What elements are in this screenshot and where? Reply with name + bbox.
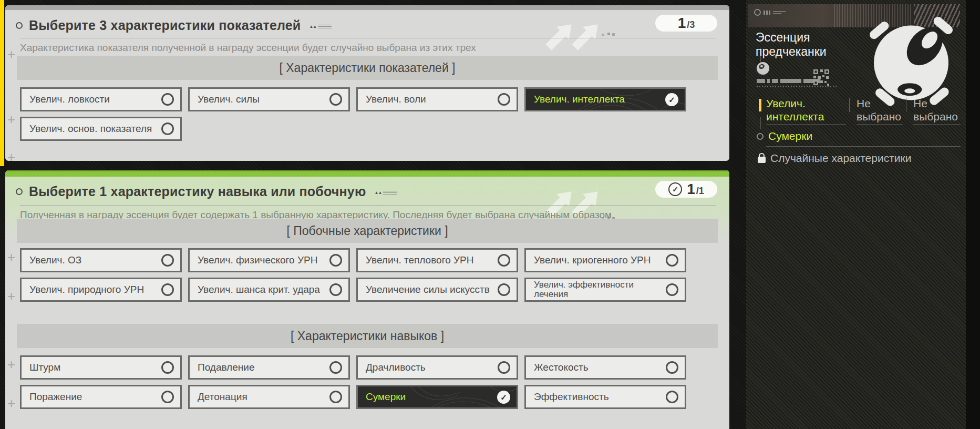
option-button-selected[interactable]: Увелич. интеллекта ✓	[524, 87, 686, 111]
counter-current: 1	[687, 181, 695, 198]
plus-mark: +	[7, 113, 15, 126]
option-button-selected[interactable]: Сумерки ✓	[356, 385, 518, 409]
counter-total: /3	[687, 16, 695, 33]
option-button[interactable]: Увелич. физического УРН	[188, 248, 350, 272]
skill-slot-row: Сумерки	[757, 130, 812, 142]
radio-circle-icon	[161, 283, 174, 296]
pixel-bits-decoration	[607, 33, 610, 35]
slot-stat-empty: Не выбрано	[857, 97, 903, 123]
option-button[interactable]: Увелич. силы	[188, 87, 350, 111]
panel1-counter: 1 /3	[655, 15, 717, 32]
option-button[interactable]: Драчливость	[356, 355, 518, 380]
option-button[interactable]: Увелич. воли	[356, 87, 518, 111]
option-button[interactable]: Штурм	[20, 355, 182, 380]
option-button[interactable]: Подавление	[188, 355, 350, 380]
option-button[interactable]: Увелич. криогенного УРН	[524, 248, 686, 272]
plus-mark: +	[7, 289, 15, 303]
panel2-title: Выберите 1 характеристику навыка или поб…	[29, 184, 366, 199]
radio-circle-icon	[161, 93, 174, 106]
reward-sidebar: Эссенция предчеканки	[746, 0, 966, 429]
panel2-counter: ✓ 1 /1	[655, 181, 717, 198]
random-characteristics-row: Случайные характеристики	[758, 152, 911, 165]
bullet-circle-icon	[16, 188, 23, 195]
radio-circle-icon	[329, 361, 342, 374]
panel-green-bar	[5, 170, 729, 177]
hazard-stamp-icon: ▲▲	[374, 191, 397, 195]
section-header-skill-characteristics: [ Характеристики навыков ]	[17, 324, 718, 348]
check-circle-icon: ✓	[668, 182, 682, 196]
title-divider	[20, 205, 716, 206]
radio-circle-icon	[498, 254, 510, 267]
plus-mark: +	[7, 250, 15, 264]
counter-current: 1	[678, 15, 686, 32]
plus-mark: +	[7, 358, 15, 371]
banner-emblem-icon	[754, 9, 786, 16]
skill-underline	[766, 146, 961, 147]
option-button[interactable]: Увелич. эффективности лечения	[524, 278, 686, 302]
slot-underline	[913, 125, 961, 125]
plus-mark: +	[7, 150, 15, 161]
option-button[interactable]: Увеличение силы искусств	[356, 278, 518, 302]
slot-underline	[857, 125, 903, 125]
check-icon: ✓	[497, 391, 510, 404]
radio-circle-icon	[329, 93, 342, 106]
radio-circle-icon	[498, 283, 510, 296]
slot-divider	[906, 98, 906, 112]
essence-blob-icon	[757, 62, 769, 75]
radio-circle-icon	[161, 254, 174, 267]
left-accent-bar	[0, 0, 4, 166]
section-header-stat-characteristics: [ Характеристики показателей ]	[17, 56, 718, 80]
option-button[interactable]: Жестокость	[524, 355, 686, 380]
option-button[interactable]: Увелич. шанса крит. удара	[188, 278, 350, 302]
option-button[interactable]: Увелич. основ. показателя	[20, 117, 182, 141]
panel-stat-characteristics: Выберите 3 характеристики показателей ▲▲…	[5, 5, 729, 161]
slot-divider	[849, 98, 850, 112]
arrows-watermark-icon	[545, 17, 608, 55]
radio-circle-icon	[161, 361, 174, 374]
secondary-options-grid: Увелич. ОЗ Увелич. физического УРН Увели…	[20, 248, 686, 302]
bullet-circle-icon	[16, 22, 23, 29]
slot-underline	[766, 125, 846, 125]
radio-circle-icon	[666, 283, 678, 296]
hazard-stamp-icon: ▲▲	[309, 25, 332, 29]
section-header-secondary-characteristics: [ Побочные характеристики ]	[17, 219, 718, 243]
counter-total: /1	[696, 182, 704, 199]
title-divider	[20, 38, 716, 38]
option-button[interactable]: Увелич. ОЗ	[20, 248, 182, 272]
right-margin-strip	[966, 0, 980, 429]
option-button[interactable]: Эффективность	[524, 385, 686, 409]
active-slot-marker	[759, 99, 761, 111]
radio-circle-icon	[666, 391, 678, 403]
connector-line	[760, 117, 761, 129]
plus-mark: +	[7, 396, 15, 410]
option-button[interactable]: Увелич. природного УРН	[20, 278, 182, 302]
plus-mark: +	[7, 47, 15, 61]
stat-options-grid: Увелич. ловкости Увелич. силы Увелич. во…	[20, 87, 686, 141]
radio-circle-icon	[666, 361, 678, 374]
skill-options-grid: Штурм Подавление Драчливость Жестокость …	[20, 355, 686, 409]
panel-top-strip	[5, 5, 729, 10]
bullet-circle-icon	[757, 133, 764, 140]
radio-circle-icon	[161, 391, 174, 403]
option-button[interactable]: Поражение	[20, 385, 182, 409]
panel-skill-characteristics: Выберите 1 характеристику навыка или поб…	[5, 170, 729, 429]
radio-circle-icon	[329, 254, 342, 267]
sidebar-title: Эссенция предчеканки	[756, 30, 850, 59]
radio-circle-icon	[329, 283, 342, 296]
panel1-subtitle: Характеристика показателя полученной в н…	[20, 42, 476, 54]
radio-circle-icon	[666, 254, 678, 267]
option-button[interactable]: Детонация	[188, 385, 350, 409]
random-characteristics-label: Случайные характеристики	[770, 152, 911, 165]
radio-circle-icon	[329, 391, 342, 403]
option-button[interactable]: Увелич. ловкости	[20, 87, 182, 111]
slot-stat-empty: Не выбрано	[913, 97, 961, 123]
radio-circle-icon	[498, 93, 510, 106]
lock-icon	[758, 157, 766, 163]
progress-dashes	[757, 79, 820, 83]
panel1-title: Выберите 3 характеристики показателей	[29, 18, 301, 33]
qr-code-icon	[813, 69, 829, 86]
slot-stat-selected: Увелич. интеллекта	[766, 97, 846, 123]
skill-slot-label: Сумерки	[768, 130, 812, 142]
option-button[interactable]: Увелич. теплового УРН	[356, 248, 518, 272]
radio-circle-icon	[161, 122, 174, 135]
